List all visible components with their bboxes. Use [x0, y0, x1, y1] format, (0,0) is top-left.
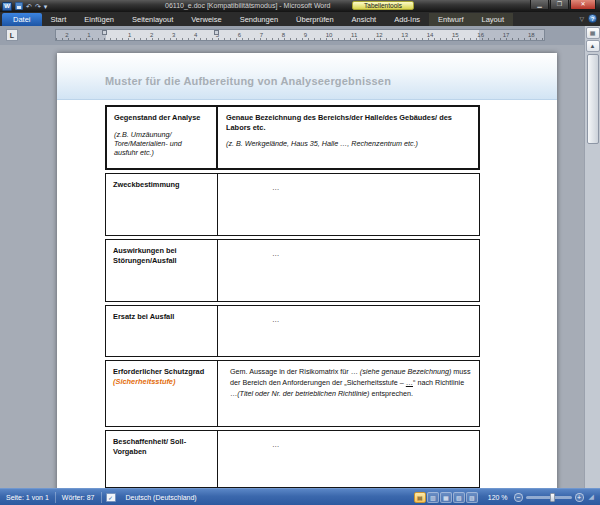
cell-note: (z.B. Umzäunung/ Tore/Materialien- und a…: [114, 130, 202, 158]
help-icon[interactable]: ?: [588, 14, 597, 23]
word-count[interactable]: Wörter: 87: [56, 494, 101, 501]
undo-icon[interactable]: ↶: [26, 2, 32, 11]
cell-title: Zweckbestimmung: [113, 180, 215, 190]
tab-entwurf[interactable]: Entwurf: [429, 13, 472, 26]
analysis-table: Gegenstand der Analyse (z.B. Umzäunung/ …: [105, 105, 480, 488]
tab-addins[interactable]: Add-Ins: [385, 13, 429, 26]
placeholder-dots: …: [226, 246, 473, 258]
tab-ansicht[interactable]: Ansicht: [343, 13, 386, 26]
cell-auswirkungen[interactable]: Auswirkungen bei Störungen/Ausfall: [106, 240, 218, 301]
table-row: Beschaffenheit/ Soll-Vorgaben …: [105, 430, 480, 488]
close-button[interactable]: ✕: [570, 0, 596, 10]
tab-verweise[interactable]: Verweise: [182, 13, 230, 26]
minimize-ribbon-icon[interactable]: ▽: [579, 15, 584, 22]
zoom-out-icon[interactable]: −: [514, 493, 523, 502]
indent-marker-column[interactable]: [214, 30, 219, 35]
tab-layout[interactable]: Layout: [473, 13, 514, 26]
scrollbar-thumb[interactable]: [587, 54, 599, 144]
view-ruler-toggle-icon[interactable]: ▦: [586, 27, 600, 39]
cell-title: Auswirkungen bei Störungen/Ausfall: [113, 246, 215, 265]
cell-title: Ersatz bei Ausfall: [113, 312, 215, 322]
zoom-slider[interactable]: [526, 496, 572, 499]
view-switcher: ▤ ▥ ▦ ▧ ▨: [414, 492, 478, 503]
tab-ueberpruefen[interactable]: Überprüfen: [287, 13, 343, 26]
cell-note: (z. B. Werkgelände, Haus 35, Halle …, Re…: [226, 139, 472, 148]
table-tools-chip[interactable]: Tabellentools: [352, 1, 414, 10]
placeholder-dots: …: [226, 312, 473, 324]
cell-beschaffenheit-value[interactable]: …: [218, 431, 479, 487]
web-layout-view-icon[interactable]: ▦: [440, 492, 452, 503]
cell-title: Genaue Bezeichnung des Bereichs/der Hall…: [226, 113, 460, 132]
cell-ersatz-value[interactable]: …: [218, 306, 479, 356]
placeholder-dots: …: [226, 437, 473, 449]
cell-title: Gegenstand der Analyse: [114, 113, 214, 123]
zoom-level[interactable]: 120 %: [488, 494, 508, 501]
tab-seitenlayout[interactable]: Seitenlayout: [123, 13, 182, 26]
horizontal-ruler[interactable]: 21123456789101112131415161718: [55, 29, 545, 41]
cell-zweckbestimmung-value[interactable]: …: [218, 174, 479, 235]
cell-zweckbestimmung[interactable]: Zweckbestimmung: [106, 174, 218, 235]
window-title: 06110_e.doc [Kompatibilitätsmodus] - Mic…: [165, 2, 330, 9]
spellcheck-icon[interactable]: ✓: [106, 493, 116, 502]
table-row: Erforderlicher Schutzgrad (Sicherheitsst…: [105, 360, 480, 427]
zoom-in-icon[interactable]: +: [575, 493, 584, 502]
table-row: Ersatz bei Ausfall …: [105, 305, 480, 357]
ribbon-tab-row: Datei Start Einfügen Seitenlayout Verwei…: [0, 12, 600, 26]
resize-grip-icon[interactable]: ◢: [587, 493, 594, 501]
cell-title: Beschaffenheit/ Soll-Vorgaben: [113, 437, 215, 456]
cell-auswirkungen-value[interactable]: …: [218, 240, 479, 301]
tab-stop-selector[interactable]: L: [6, 29, 18, 41]
cell-ersatz[interactable]: Ersatz bei Ausfall: [106, 306, 218, 356]
cell-title: Erforderlicher Schutzgrad: [113, 367, 215, 377]
print-layout-view-icon[interactable]: ▤: [414, 492, 426, 503]
quick-access-toolbar: W ↶ ↷ ▾: [2, 1, 47, 11]
document-page[interactable]: Muster für die Aufbereitung von Analysee…: [57, 53, 557, 488]
minimize-button[interactable]: ▁: [530, 0, 549, 10]
placeholder-dots: …: [226, 180, 473, 192]
title-bar: W ↶ ↷ ▾ 06110_e.doc [Kompatibilitätsmodu…: [0, 0, 600, 12]
language-indicator[interactable]: Deutsch (Deutschland): [120, 494, 203, 501]
fullscreen-reading-view-icon[interactable]: ▥: [427, 492, 439, 503]
restore-button[interactable]: ❐: [550, 0, 569, 10]
qat-customize-icon[interactable]: ▾: [44, 2, 48, 11]
cell-schutzgrad[interactable]: Erforderlicher Schutzgrad (Sicherheitsst…: [106, 361, 218, 426]
cell-bezeichnung[interactable]: Genaue Bezeichnung des Bereichs/der Hall…: [218, 107, 478, 168]
ruler-numbers: 21123456789101112131415161718: [56, 30, 544, 40]
page-indicator[interactable]: Seite: 1 von 1: [0, 494, 55, 501]
redo-icon[interactable]: ↷: [35, 2, 41, 11]
risk-matrix-paragraph: Gem. Aussage in der Risikomatrix für … (…: [226, 367, 473, 399]
tab-start[interactable]: Start: [42, 13, 76, 26]
window-controls: ▁ ❐ ✕: [530, 0, 596, 10]
save-icon[interactable]: [15, 2, 23, 10]
table-row: Zweckbestimmung …: [105, 173, 480, 236]
zoom-slider-thumb[interactable]: [550, 493, 555, 502]
word-logo-icon: W: [2, 2, 12, 11]
status-bar: Seite: 1 von 1 Wörter: 87 ✓ Deutsch (Deu…: [0, 488, 600, 505]
tab-sendungen[interactable]: Sendungen: [231, 13, 287, 26]
outline-view-icon[interactable]: ▧: [453, 492, 465, 503]
document-heading: Muster für die Aufbereitung von Analysee…: [105, 75, 391, 87]
indent-marker-left[interactable]: [102, 30, 107, 35]
scroll-up-icon[interactable]: ▲: [586, 40, 600, 52]
cell-gegenstand[interactable]: Gegenstand der Analyse (z.B. Umzäunung/ …: [107, 107, 218, 168]
tab-einfuegen[interactable]: Einfügen: [75, 13, 123, 26]
table-row: Auswirkungen bei Störungen/Ausfall …: [105, 239, 480, 302]
cell-subtitle: (Sicherheitsstufe): [113, 377, 215, 387]
page-header-band: Muster für die Aufbereitung von Analysee…: [57, 53, 557, 100]
document-canvas: Muster für die Aufbereitung von Analysee…: [0, 45, 600, 488]
ruler-bar: L 21123456789101112131415161718: [0, 26, 600, 45]
cell-beschaffenheit[interactable]: Beschaffenheit/ Soll-Vorgaben: [106, 431, 218, 487]
cell-schutzgrad-value[interactable]: Gem. Aussage in der Risikomatrix für … (…: [218, 361, 479, 426]
tab-datei[interactable]: Datei: [2, 13, 42, 26]
draft-view-icon[interactable]: ▨: [466, 492, 478, 503]
vertical-scrollbar[interactable]: ▦ ▲: [584, 26, 600, 488]
word-window: W ↶ ↷ ▾ 06110_e.doc [Kompatibilitätsmodu…: [0, 0, 600, 505]
table-row: Gegenstand der Analyse (z.B. Umzäunung/ …: [105, 105, 480, 170]
